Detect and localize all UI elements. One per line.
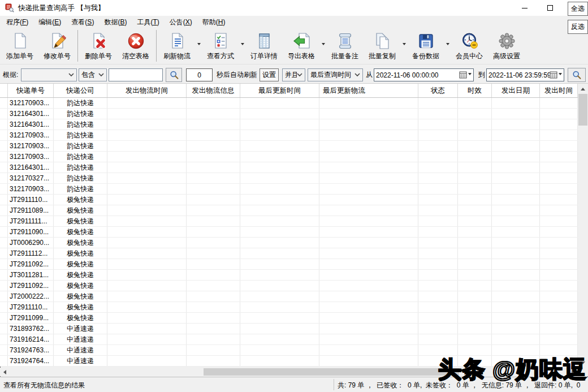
table-row[interactable]: 312164301...韵达快递: [0, 162, 578, 173]
cell-first-logistics-time: [107, 238, 187, 248]
row-gutter-cell: [0, 259, 8, 269]
cell-first-logistics-time: [107, 205, 187, 216]
table-row[interactable]: 731916214...中通速递: [0, 334, 578, 345]
time-field-combobox[interactable]: 最后查询时间: [308, 68, 363, 81]
toolbar-button-view-mode[interactable]: 查看方式: [202, 29, 239, 61]
toolbar-button-batch-note[interactable]: 批量备注: [326, 29, 364, 61]
vertical-scrollbar[interactable]: [578, 84, 588, 368]
column-header-ship-time[interactable]: 发出时间: [540, 84, 578, 97]
cell-company: 韵达快递: [54, 98, 107, 108]
table-row[interactable]: JT2000222...极兔快递: [0, 291, 578, 302]
toolbar-button-doc-delete[interactable]: 删除单号: [80, 29, 117, 61]
cell-status: [418, 334, 458, 344]
cell-first-logistics-info: [187, 109, 240, 119]
triangle-down-icon: [322, 43, 325, 47]
toolbar-button-backup-floppy[interactable]: 备份数据: [407, 29, 444, 61]
column-header-tracking-no[interactable]: 快递单号: [8, 84, 54, 97]
column-header-company[interactable]: 快递公司: [54, 84, 107, 97]
maximize-button[interactable]: [537, 0, 563, 16]
table-row[interactable]: 312164301...韵达快递: [0, 119, 578, 130]
menu-item-h[interactable]: 帮助(H): [197, 16, 231, 28]
toolbar-button-settings-gear[interactable]: 高级设置: [488, 29, 525, 61]
table-row[interactable]: 731893762...中通速递: [0, 324, 578, 334]
cell-last-update-logistics: [319, 98, 418, 108]
cell-first-logistics-time: [107, 334, 187, 344]
menu-item-t[interactable]: 工具(T): [132, 16, 164, 28]
table-row[interactable]: JT0006290...极兔快递: [0, 238, 578, 248]
toolbar-button-doc-refresh[interactable]: 刷新物流: [158, 29, 196, 61]
settings-button[interactable]: 设置: [260, 68, 279, 81]
cell-company: 极兔快递: [54, 302, 107, 312]
cell-aging: [458, 291, 492, 301]
table-row[interactable]: JT2911092...极兔快递: [0, 259, 578, 270]
table-row[interactable]: JT2911110...极兔快递: [0, 302, 578, 313]
table-row[interactable]: 312170327...韵达快递: [0, 173, 578, 184]
table-row[interactable]: 312170903...韵达快递: [0, 184, 578, 195]
horizontal-scroll-thumb[interactable]: [204, 368, 459, 376]
batch-copy-icon: [373, 31, 392, 51]
toolbar-dropdown-doc-refresh[interactable]: [196, 29, 202, 47]
table-row[interactable]: JT2911092...极兔快递: [0, 281, 578, 291]
toolbar-button-member-clock[interactable]: 会员中心: [451, 29, 488, 61]
menu-item-b[interactable]: 数据(B): [99, 16, 132, 28]
settings-gear-icon: [498, 31, 516, 51]
table-row[interactable]: 312170903...韵达快递: [0, 130, 578, 141]
toolbar-dropdown-export-table[interactable]: [320, 29, 326, 47]
table-row[interactable]: JT2911112...极兔快递: [0, 248, 578, 259]
toolbar-button-doc-add[interactable]: 添加单号: [1, 29, 38, 61]
toolbar-dropdown-view-mode[interactable]: [239, 29, 245, 47]
table-row[interactable]: JT2911089...极兔快递: [0, 205, 578, 216]
menu-item-e[interactable]: 编辑(E): [33, 16, 66, 28]
cell-first-logistics-info: [187, 227, 240, 237]
table-row[interactable]: JT2911110...极兔快递: [0, 195, 578, 205]
column-header-first-logistics-info[interactable]: 发出物流信息: [187, 84, 240, 97]
column-header-ship-date[interactable]: 发出日期: [492, 84, 540, 97]
column-header-aging[interactable]: 时效: [458, 84, 492, 97]
menu-item-s[interactable]: 查看(S): [66, 16, 99, 28]
table-row[interactable]: 312164301...韵达快递: [0, 109, 578, 119]
scroll-left-arrow[interactable]: [0, 368, 9, 376]
table-row[interactable]: 312170903...韵达快递: [0, 141, 578, 152]
from-date-input[interactable]: 2022-11-06 00:00:00: [374, 68, 474, 81]
toolbar-dropdown-backup-floppy[interactable]: [444, 29, 451, 47]
scroll-up-arrow[interactable]: [578, 84, 588, 93]
and-or-combobox[interactable]: 并且: [282, 68, 305, 81]
filter-search-button[interactable]: [166, 68, 182, 82]
table-row[interactable]: JT3011281...极兔快递: [0, 270, 578, 281]
cell-ship-date: [492, 162, 540, 173]
table-row[interactable]: 312170903...韵达快递: [0, 98, 578, 109]
cell-status: [418, 173, 458, 183]
refresh-seconds-input[interactable]: [186, 68, 213, 81]
table-row[interactable]: JT2911111...极兔快递: [0, 216, 578, 227]
field-combobox[interactable]: [21, 68, 77, 81]
cell-company: 中通速递: [54, 356, 107, 366]
column-header-first-logistics-time[interactable]: 发出物流时间: [107, 84, 187, 97]
table-row[interactable]: 312170903...韵达快递: [0, 152, 578, 162]
toolbar-button-export-table[interactable]: 导出表格: [283, 29, 320, 61]
row-gutter-cell: [0, 302, 8, 312]
minimize-button[interactable]: [512, 0, 537, 16]
cell-ship-date: [492, 270, 540, 280]
time-search-button[interactable]: [568, 68, 586, 82]
toolbar-button-order-detail[interactable]: 订单详情: [245, 29, 283, 61]
table-row[interactable]: JT2911090...极兔快递: [0, 227, 578, 238]
toolbar-button-clear-circle[interactable]: 清空表格: [117, 29, 154, 61]
to-date-input[interactable]: 2022-11-06 23:59:59: [486, 68, 564, 81]
select-all-button[interactable]: 全选: [568, 2, 588, 16]
cell-aging: [458, 227, 492, 237]
match-mode-combobox[interactable]: 包含: [79, 68, 107, 81]
column-header-last-update-time[interactable]: 最后更新时间: [240, 84, 319, 97]
toolbar-button-batch-copy[interactable]: 批量复制: [364, 29, 401, 61]
column-header-status[interactable]: 状态: [418, 84, 458, 97]
keyword-input[interactable]: [109, 68, 163, 81]
toolbar-dropdown-batch-copy[interactable]: [401, 29, 407, 47]
column-header-last-update-logistics[interactable]: 最后更新物流: [319, 84, 418, 97]
toolbar-button-doc-edit[interactable]: 修改单号: [38, 29, 76, 61]
menu-item-x[interactable]: 公告(X): [165, 16, 197, 28]
table-row[interactable]: JT2911099...极兔快递: [0, 313, 578, 324]
vertical-scroll-thumb[interactable]: [578, 94, 587, 126]
cell-status: [418, 291, 458, 301]
invert-selection-button[interactable]: 反选: [568, 20, 588, 34]
cell-tracking-no: JT2911092...: [8, 281, 54, 291]
menu-item-f[interactable]: 程序(F): [1, 16, 33, 28]
